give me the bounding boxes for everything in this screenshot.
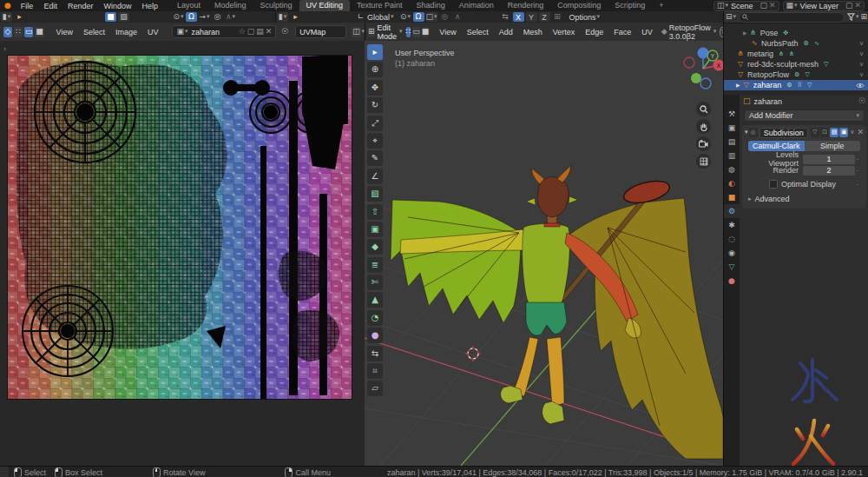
new-scene-icon[interactable]: ▢ xyxy=(760,2,767,10)
chevron-down-icon[interactable]: ∨ xyxy=(859,41,864,47)
tool-select-box[interactable]: ▸ xyxy=(367,44,383,60)
outliner-display-mode-icon[interactable]: ⊟ xyxy=(726,13,733,21)
mode-dropdown[interactable]: Edit Mode xyxy=(375,23,399,41)
tool-measure[interactable]: ∠ xyxy=(367,169,383,184)
advanced-caret-icon[interactable]: ▸ xyxy=(748,196,752,202)
v3d-menu-add[interactable]: Add xyxy=(494,28,518,36)
outliner-item-retopoflow[interactable]: ▽ RetopoFlow ⚙ ▽ ∨ xyxy=(724,70,868,80)
v3d-snap-with-icon[interactable]: □▾ xyxy=(426,12,437,22)
chevron-down-icon[interactable]: ∨ xyxy=(859,72,864,78)
render-value[interactable]: 2 xyxy=(803,166,855,176)
v3d-proportional-edit-icon[interactable]: ◎ xyxy=(439,12,450,22)
uv-map-field[interactable]: UVMap xyxy=(295,25,346,38)
select-mode-vertex-icon[interactable]: ∷ xyxy=(406,27,411,37)
uv-editor-type-icon[interactable]: ◇ xyxy=(3,27,12,37)
v3d-snap-magnet-icon[interactable]: Ω xyxy=(413,12,424,22)
v3d-orientation-icon[interactable]: ∟ xyxy=(355,12,366,22)
v3d-menu-uv[interactable]: UV xyxy=(636,28,658,36)
menu-help[interactable]: Help xyxy=(136,2,163,10)
tool-spin[interactable]: ◔ xyxy=(367,310,383,326)
unlink-scene-icon[interactable]: ✕ xyxy=(769,2,776,10)
uv-editor-canvas[interactable]: › xyxy=(0,41,365,466)
uv-sticky-select-icon[interactable]: ■ xyxy=(105,12,116,22)
v3d-pivot-icon[interactable]: ⊙▾ xyxy=(400,12,411,22)
outliner-item-metarig[interactable]: ⋔ metarig ⋔ ⋔ ∨ xyxy=(724,49,868,59)
tool-scale[interactable]: ⤢ xyxy=(367,116,383,131)
tab-output[interactable]: ▤ xyxy=(724,135,740,149)
workspace-tab-compositing[interactable]: Compositing xyxy=(550,0,608,11)
uv-select-vertex-icon[interactable]: ∷ xyxy=(14,27,23,37)
menu-edit[interactable]: Edit xyxy=(38,2,62,10)
tab-object-data[interactable]: ▽ xyxy=(724,260,740,274)
uv-snap-magnet-icon[interactable]: Ω xyxy=(186,12,197,22)
uv-select-face-icon[interactable]: ■ xyxy=(35,27,43,37)
tool-move[interactable]: ✥ xyxy=(367,80,383,96)
tool-smooth[interactable]: ● xyxy=(367,328,383,343)
tool-transform[interactable]: ⌖ xyxy=(367,133,383,149)
uv-menu-uv[interactable]: UV xyxy=(142,28,164,36)
mirror-x-button[interactable]: X xyxy=(513,12,524,22)
outliner-search[interactable] xyxy=(739,12,845,23)
new-layer-icon[interactable]: ▢ xyxy=(845,2,853,10)
tab-world[interactable]: ◐ xyxy=(724,176,740,190)
tab-object[interactable]: ■ xyxy=(724,190,740,204)
pin-icon[interactable]: ☉ xyxy=(281,28,288,36)
tool-rotate[interactable]: ↻ xyxy=(367,97,383,113)
uv-pivot-icon[interactable]: ⊙▾ xyxy=(173,12,184,22)
tool-cursor[interactable]: ⊕ xyxy=(367,62,383,77)
outliner-item-red-3dc-sculpt-mesh[interactable]: ▽ red-3dc-sculpt-mesh ▽ ∨ xyxy=(724,59,868,70)
uv-menu-select[interactable]: Select xyxy=(78,28,110,36)
tab-render[interactable]: ▣ xyxy=(724,121,740,135)
tool-poly-build[interactable]: ▲ xyxy=(367,292,383,308)
unlink-image-icon[interactable]: ✕ xyxy=(266,28,273,36)
tool-edge-slide[interactable]: ⇆ xyxy=(367,346,383,361)
tab-scene[interactable]: ◍ xyxy=(724,162,740,176)
menu-window[interactable]: Window xyxy=(98,2,136,10)
v3d-active-tool-icon[interactable]: ▮▾ xyxy=(277,12,288,22)
close-icon[interactable]: ✕ xyxy=(857,129,864,136)
image-display-options-icon[interactable]: ◫ xyxy=(352,27,360,37)
uv-snap-with-icon[interactable]: →▾ xyxy=(199,12,210,22)
blender-logo-icon[interactable]: ● xyxy=(0,2,16,10)
viewport-3d[interactable]: ▸ ⊕ ✥ ↻ ⤢ ⌖ ✎ ∠ ▧ ⇧ ▣ ◆ ≣ ✄ ▲ ◔ ● ⇆ ⌗ ▱ … xyxy=(365,41,723,466)
tab-particles[interactable]: ✱ xyxy=(724,218,740,232)
workspace-tab-layout[interactable]: Layout xyxy=(170,0,207,11)
v3d-menu-face[interactable]: Face xyxy=(608,28,636,36)
v3d-menu-select[interactable]: Select xyxy=(462,28,494,36)
workspace-tab-modeling[interactable]: Modeling xyxy=(207,0,253,11)
tool-rip-region[interactable]: ▱ xyxy=(367,381,383,396)
simple-button[interactable]: Simple xyxy=(805,141,861,151)
tab-view-layer[interactable]: ▥ xyxy=(724,149,740,162)
outliner-item-nurbspath[interactable]: ∿ NurbsPath ⚙ ∿ ∨ xyxy=(724,38,868,49)
tab-physics[interactable]: ◌ xyxy=(724,232,740,246)
add-modifier-dropdown[interactable]: Add Modifier▾ xyxy=(744,109,865,122)
workspace-tab-uv-editing[interactable]: UV Editing xyxy=(299,0,351,11)
add-workspace-button[interactable]: + xyxy=(652,0,670,11)
image-selector[interactable]: ▣▾ zaharan ☆ ▢ ▤ ✕ xyxy=(172,25,276,38)
mode-icon[interactable]: ⊞ xyxy=(368,27,375,37)
remove-layer-icon[interactable]: ✕ xyxy=(854,2,861,10)
mirror-y-button[interactable]: Y xyxy=(526,12,537,22)
select-mode-edge-icon[interactable]: ▭ xyxy=(412,27,420,37)
outliner-item-zaharan[interactable]: ▶ ▽ zaharan ⚙ ⠿ ▽ xyxy=(724,80,868,90)
tab-material[interactable]: ● xyxy=(724,274,740,288)
open-image-icon[interactable]: ▤ xyxy=(256,28,264,36)
eye-icon[interactable] xyxy=(856,83,865,89)
image-browse-icon[interactable]: ▣ xyxy=(176,28,184,36)
expand-caret-icon[interactable]: ▾ xyxy=(745,129,748,136)
outliner-item-pose[interactable]: ▶ ⋔ Pose ✜ xyxy=(724,28,868,38)
tool-annotate[interactable]: ✎ xyxy=(367,150,383,166)
tool-inset-faces[interactable]: ▣ xyxy=(367,222,383,237)
new-collection-icon[interactable]: ⊞ xyxy=(860,13,867,21)
v3d-menu-view[interactable]: View xyxy=(434,28,461,36)
uv-falloff-icon[interactable]: ∧▾ xyxy=(225,12,236,22)
uv-select-edge-icon[interactable]: ▭ xyxy=(24,27,33,37)
v3d-orientation-value[interactable]: Global xyxy=(367,13,390,22)
v3d-falloff-icon[interactable]: ∧ xyxy=(452,12,464,22)
pan-button[interactable] xyxy=(696,119,711,134)
view-layer-selector[interactable]: ▦▾ View Layer ▢ ✕ xyxy=(783,1,865,11)
filter-icon[interactable] xyxy=(847,13,855,21)
menu-file[interactable]: File xyxy=(16,2,39,10)
fake-user-icon[interactable]: ☆ xyxy=(239,28,246,36)
tool-shear[interactable]: ⌗ xyxy=(367,363,383,379)
